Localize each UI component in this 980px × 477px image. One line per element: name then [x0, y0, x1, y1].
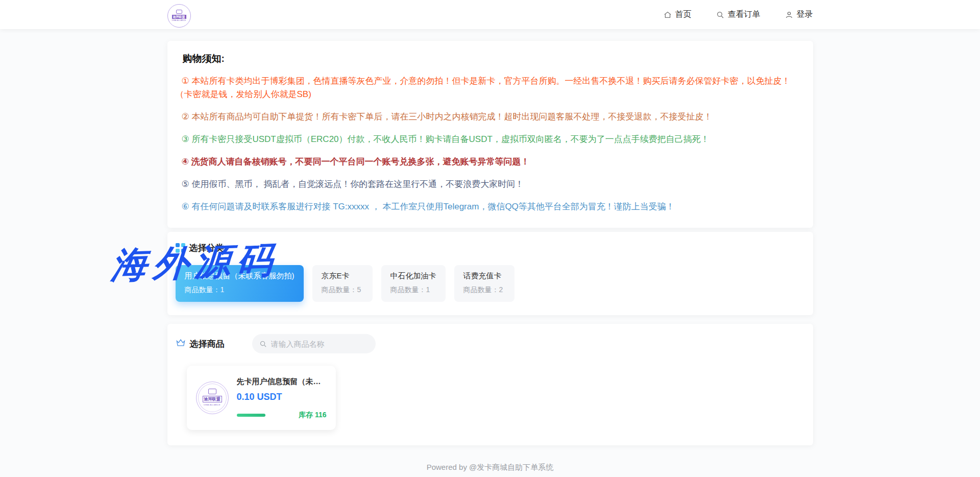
category-item-user-info[interactable]: 用户信息预留（未联系客服勿拍) 商品数量：1 — [176, 265, 304, 302]
notice-item-1: ① 本站所有卡类均出于博彩集团，色情直播等灰色产业，介意的勿拍！但卡是新卡，官方… — [176, 75, 805, 101]
category-count: 商品数量：1 — [390, 285, 436, 295]
product-name: 先卡用户信息预留（未联... — [237, 377, 327, 387]
main-nav: 首页 查看订单 登录 — [664, 9, 813, 20]
category-count: 商品数量：1 — [185, 285, 295, 295]
site-logo[interactable]: 迪拜联盟 DIBAI ALLIANCE — [167, 4, 191, 28]
notice-item-4: ④ 洗货商人请自备核销账号，不要同一个平台同一个账号兑换多张，避免账号异常等问题… — [176, 155, 805, 169]
category-name: 用户信息预留（未联系客服勿拍) — [185, 271, 295, 281]
notice-item-2: ② 本站所有商品均可自助下单提货！所有卡密下单后，请在三小时内之内核销完成！超时… — [176, 110, 805, 124]
nav-login[interactable]: 登录 — [785, 9, 813, 20]
user-icon — [785, 11, 793, 19]
nav-view-orders[interactable]: 查看订单 — [716, 9, 761, 20]
logo-text-en: DIBAI ALLIANCE — [172, 19, 186, 21]
category-section-title: 选择分类 — [189, 242, 224, 254]
product-card[interactable]: 迪拜联盟 DIBAI ALLIANCE 先卡用户信息预留（未联... 0.10 … — [187, 366, 336, 430]
product-search-box — [252, 334, 376, 353]
logo-text-cn: 迪拜联盟 — [172, 15, 186, 19]
nav-home[interactable]: 首页 — [664, 9, 692, 20]
footer-text: Powered by @发卡商城自助下单系统 — [167, 463, 813, 472]
stock-progress-bar — [237, 414, 265, 417]
category-item-sinopec-fuel[interactable]: 中石化加油卡 商品数量：1 — [381, 265, 446, 302]
stock-label: 库存 116 — [299, 411, 326, 420]
category-count: 商品数量：2 — [463, 285, 505, 295]
category-name: 京东E卡 — [322, 271, 363, 281]
product-logo: 迪拜联盟 DIBAI ALLIANCE — [196, 381, 229, 414]
notice-item-6: ⑥ 有任何问题请及时联系客服进行对接 TG:xxxxx ， 本工作室只使用Tel… — [176, 200, 805, 213]
product-price: 0.10 USDT — [237, 392, 327, 402]
search-icon — [259, 340, 267, 348]
category-item-phone-topup[interactable]: 话费充值卡 商品数量：2 — [454, 265, 514, 302]
search-icon — [716, 11, 724, 19]
product-section-title: 选择商品 — [190, 338, 225, 350]
nav-home-label: 首页 — [675, 9, 692, 20]
product-logo-text-cn: 迪拜联盟 — [203, 396, 222, 402]
category-name: 话费充值卡 — [463, 271, 505, 281]
category-grid-icon — [176, 243, 185, 253]
product-search-input[interactable] — [271, 340, 369, 348]
nav-orders-label: 查看订单 — [728, 9, 761, 20]
product-section-card: 选择商品 迪拜联盟 DIBAI ALLIANCE 先卡用户信息预留（未联... … — [167, 324, 813, 445]
shopping-notice-card: 购物须知: ① 本站所有卡类均出于博彩集团，色情直播等灰色产业，介意的勿拍！但卡… — [167, 41, 813, 228]
notice-item-5: ⑤ 使用假币、黑币， 捣乱者，自觉滚远点！你的套路在这里行不通，不要浪费大家时间… — [176, 178, 805, 191]
product-logo-text-en: DIBAI ALLIANCE — [204, 403, 220, 407]
category-count: 商品数量：5 — [322, 285, 363, 295]
crown-icon — [176, 338, 186, 349]
category-item-jd-ecard[interactable]: 京东E卡 商品数量：5 — [312, 265, 373, 302]
notice-item-3: ③ 所有卡密只接受USDT虚拟币（ERC20）付款，不收人民币！购卡请自备USD… — [176, 133, 805, 146]
home-icon — [664, 11, 672, 19]
top-navigation-bar: 迪拜联盟 DIBAI ALLIANCE 首页 查看订单 登录 — [0, 0, 980, 29]
category-name: 中石化加油卡 — [390, 271, 436, 281]
logo-card-icon — [208, 389, 216, 394]
logo-card-icon — [176, 10, 182, 14]
category-list: 用户信息预留（未联系客服勿拍) 商品数量：1 京东E卡 商品数量：5 中石化加油… — [176, 265, 805, 302]
category-section-card: 选择分类 用户信息预留（未联系客服勿拍) 商品数量：1 京东E卡 商品数量：5 … — [167, 232, 813, 315]
notice-title: 购物须知: — [183, 52, 805, 65]
nav-login-label: 登录 — [797, 9, 813, 20]
